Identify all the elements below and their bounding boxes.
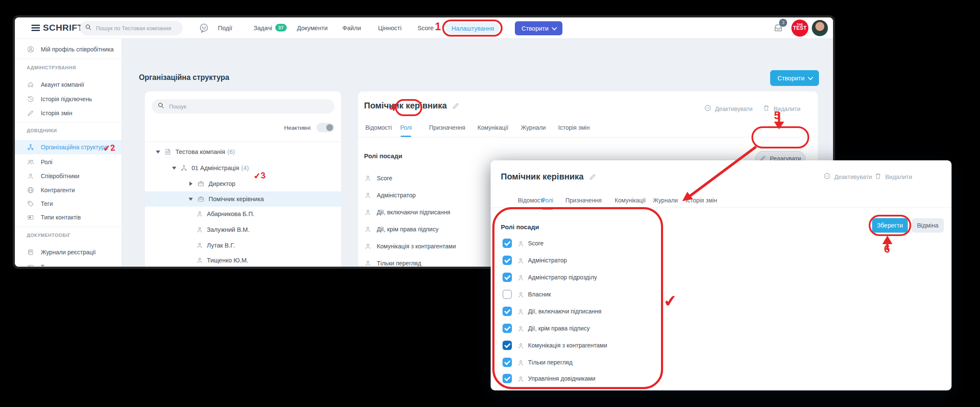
caret-down-icon[interactable] bbox=[172, 167, 176, 170]
checkbox[interactable] bbox=[503, 273, 512, 282]
sidebar-item-counterparties[interactable]: Контрагенти bbox=[15, 183, 122, 197]
tab-istoriya-zmin[interactable]: Історія змін bbox=[686, 197, 717, 206]
sidebar-item-org-structure[interactable]: Організаційна структура bbox=[15, 140, 122, 154]
sidebar-item-employees[interactable]: Співробітники bbox=[15, 169, 122, 183]
tree-node-accountant[interactable]: Бухгалтер bbox=[145, 268, 341, 269]
briefcase-icon bbox=[197, 180, 205, 188]
checkbox[interactable] bbox=[503, 256, 512, 265]
globe-icon bbox=[27, 186, 34, 194]
chat-smiley-icon[interactable] bbox=[199, 17, 209, 39]
tree-node-director[interactable]: Директор bbox=[145, 176, 341, 191]
inactive-toggle[interactable] bbox=[316, 123, 334, 132]
hamburger-menu-icon[interactable] bbox=[31, 25, 40, 31]
tree-node-administration[interactable]: 01 Адміністрація (4) bbox=[145, 160, 341, 176]
sidebar-item-company-account[interactable]: Акаунт компанії bbox=[15, 77, 122, 92]
tree-node-assistant[interactable]: Помічник керівника bbox=[145, 191, 341, 207]
pencil-icon bbox=[27, 109, 34, 117]
roles-people-icon bbox=[27, 158, 34, 166]
global-search-input[interactable] bbox=[95, 25, 178, 32]
caret-right-icon[interactable] bbox=[189, 182, 192, 186]
tab-roli[interactable]: Ролі bbox=[400, 124, 412, 134]
org-structure-icon bbox=[27, 143, 34, 151]
company-file-icon bbox=[164, 148, 172, 156]
delete-button[interactable]: Видалити bbox=[874, 172, 912, 181]
nav-values[interactable]: Цінності bbox=[378, 17, 401, 39]
checkbox[interactable] bbox=[503, 324, 512, 333]
tab-istoriya-zmin[interactable]: Історія змін bbox=[558, 124, 590, 134]
tree-node-employee[interactable]: Абарникова Б.П. bbox=[145, 206, 341, 222]
content-create-button[interactable]: Створити bbox=[770, 70, 819, 86]
tab-zhurnaly[interactable]: Журнали bbox=[521, 124, 546, 134]
nav-settings[interactable]: Налаштування bbox=[446, 23, 500, 34]
tab-zhurnaly[interactable]: Журнали bbox=[653, 197, 678, 206]
save-button[interactable]: Зберегти bbox=[872, 218, 908, 233]
delete-button[interactable]: Видалити bbox=[763, 104, 800, 113]
sidebar-item-partial[interactable]: Т bbox=[15, 260, 122, 267]
person-icon bbox=[364, 225, 372, 233]
tab-vidomosti[interactable]: Відомості bbox=[365, 124, 392, 134]
history-icon bbox=[27, 95, 34, 103]
tab-roli[interactable]: Ролі bbox=[542, 197, 553, 206]
nav-tasks[interactable]: Задачі37 bbox=[254, 17, 287, 39]
tab-pryznachennya[interactable]: Призначення bbox=[565, 197, 602, 206]
caret-down-icon[interactable] bbox=[156, 151, 160, 154]
sidebar-item-my-profile[interactable]: Мій профіль співробітника bbox=[15, 42, 122, 57]
tree-node-employee[interactable]: Залужний В.М. bbox=[145, 222, 341, 237]
edit-roles-panel: Помічник керівника Деактивувати Видалити… bbox=[491, 160, 952, 390]
tree-search-input[interactable] bbox=[168, 103, 328, 110]
checkbox[interactable] bbox=[503, 358, 512, 367]
nav-events[interactable]: Події bbox=[218, 17, 232, 39]
person-icon bbox=[364, 208, 372, 216]
nav-documents[interactable]: Документи bbox=[297, 17, 328, 39]
person-icon bbox=[364, 174, 372, 182]
tab-komunikatsii[interactable]: Комунікації bbox=[615, 197, 646, 206]
checkbox[interactable] bbox=[503, 374, 512, 383]
caret-down-icon[interactable] bbox=[189, 198, 193, 201]
navbar-create-button[interactable]: Створити bbox=[515, 21, 562, 35]
sidebar-item-change-history[interactable]: Історія змін bbox=[15, 106, 122, 120]
org-tree-panel: Неактивні Тестова компанія (6) 01 Адміні… bbox=[145, 91, 341, 269]
role-checkbox-row: Власник bbox=[491, 288, 788, 302]
sidebar-section-document-flow: ДОКУМЕНТООБІГ bbox=[27, 233, 71, 238]
tree-node-employee[interactable]: Тищенко Ю.М. bbox=[145, 253, 341, 268]
role-checkbox-row: Комунікація з контрагентами bbox=[491, 339, 788, 353]
nav-score[interactable]: Score bbox=[418, 17, 434, 39]
person-icon bbox=[364, 242, 372, 250]
divider bbox=[145, 142, 341, 142]
global-search[interactable] bbox=[80, 21, 183, 35]
deactivate-button[interactable]: Деактивувати bbox=[704, 104, 753, 113]
divider bbox=[15, 227, 122, 227]
checkbox[interactable] bbox=[503, 307, 512, 316]
test-company-badge[interactable]: THE TEST bbox=[791, 20, 808, 37]
tab-komunikatsii[interactable]: Комунікації bbox=[477, 124, 508, 134]
person-icon bbox=[517, 325, 525, 333]
nav-files[interactable]: Файли bbox=[342, 17, 361, 39]
tasks-count-badge: 37 bbox=[275, 24, 287, 31]
cancel-button[interactable]: Відміна bbox=[912, 218, 944, 233]
position-title: Помічник керівника bbox=[364, 101, 460, 111]
tree-node-company[interactable]: Тестова компанія (6) bbox=[145, 144, 341, 159]
user-avatar[interactable] bbox=[812, 20, 828, 36]
sidebar-section-administration: АДМІНІСТРУВАННЯ bbox=[27, 65, 76, 70]
tree-node-employee[interactable]: Лутак В.Г. bbox=[145, 238, 341, 253]
sidebar-item-connection-history[interactable]: Історія підключень bbox=[15, 92, 122, 106]
divider bbox=[491, 207, 952, 208]
pencil-icon[interactable] bbox=[589, 173, 596, 181]
checkbox[interactable] bbox=[503, 290, 512, 299]
trash-icon bbox=[763, 104, 770, 113]
sidebar-section-directories: ДОВІДНИКИ bbox=[27, 128, 57, 133]
tag-icon bbox=[27, 200, 34, 208]
sidebar-item-tags[interactable]: Теги bbox=[15, 196, 122, 211]
pencil-icon[interactable] bbox=[452, 102, 460, 110]
tab-vidomosti[interactable]: Відомості bbox=[518, 197, 544, 206]
tree-search[interactable] bbox=[152, 99, 334, 114]
checkbox[interactable] bbox=[503, 239, 512, 248]
sidebar-item-roles[interactable]: Ролі bbox=[15, 155, 122, 169]
sidebar-item-registration-journals[interactable]: Журнали реєстрації bbox=[15, 245, 122, 259]
tab-pryznachennya[interactable]: Призначення bbox=[429, 124, 465, 134]
sidebar-item-contact-types[interactable]: Типи контактів bbox=[15, 210, 122, 225]
deactivate-button[interactable]: Деактивувати bbox=[823, 172, 872, 181]
checkbox[interactable] bbox=[503, 341, 512, 350]
section-title-roles: Ролі посади bbox=[364, 152, 402, 159]
role-checkbox-row: Управління довідниками bbox=[491, 372, 788, 386]
